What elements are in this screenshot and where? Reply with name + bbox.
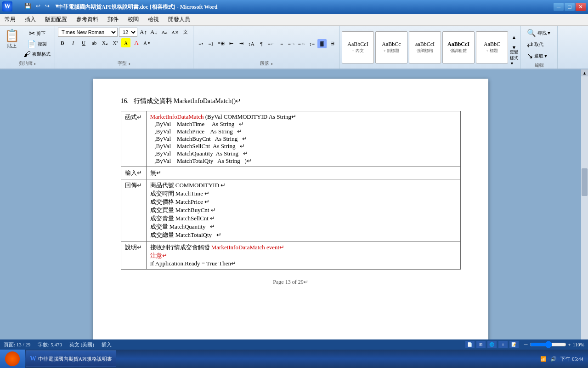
align-left-btn[interactable]: ≡←	[267, 39, 276, 48]
sort-btn[interactable]: ↕A	[247, 39, 256, 48]
menu-references[interactable]: 參考資料	[72, 14, 103, 25]
change-case-btn[interactable]: Aa	[160, 28, 169, 37]
decrease-indent-btn[interactable]: ⇤	[226, 39, 236, 48]
return-match-price: 成交價格 MatchPrice ↵	[150, 198, 457, 206]
maximize-button[interactable]: □	[565, 3, 575, 11]
select-btn[interactable]: ↘ 選取▼	[525, 51, 550, 61]
bullets-btn[interactable]: ≡•	[196, 39, 205, 48]
undo-btn[interactable]: ↩	[34, 2, 42, 10]
full-screen-btn[interactable]: ⊞	[476, 341, 486, 348]
font-group: Times New Roman 12 A↑ A↓ Aa A✕ 文 B I U a…	[55, 26, 193, 69]
zoom-slider[interactable]	[530, 341, 566, 348]
window-title: 中菲電腦國內期貨API規格說明書.doc [相容模式] - Microsoft …	[57, 3, 553, 11]
zoom-in-btn[interactable]: +	[568, 342, 571, 347]
document-scroll[interactable]: 16. 行情成交資料 MarketInfoDataMatch()↵ 函式↵ Ma…	[0, 69, 581, 350]
underline-btn[interactable]: U	[79, 38, 88, 47]
menu-bar: 常用 插入 版面配置 參考資料 郵件 校閱 檢視 開發人員	[0, 14, 588, 26]
style-emphasis-bold[interactable]: AaBbCcI 強調粗體	[442, 31, 475, 63]
menu-view[interactable]: 檢視	[143, 14, 164, 25]
phonetic-btn[interactable]: 文	[181, 28, 190, 37]
find-label: 尋找▼	[537, 30, 551, 36]
strikethrough-btn[interactable]: ab	[90, 38, 99, 47]
cut-button[interactable]: ✂ 剪下	[22, 29, 52, 38]
style-emphasis-kai[interactable]: aaBbCcI 強調標楷	[409, 31, 441, 63]
italic-btn[interactable]: I	[68, 38, 78, 47]
menu-layout[interactable]: 版面配置	[40, 14, 72, 25]
menu-developer[interactable]: 開發人員	[164, 14, 195, 25]
zoom-out-btn[interactable]: ─	[524, 342, 528, 347]
multilevel-btn[interactable]: ≡⊞	[216, 39, 226, 48]
shading-btn[interactable]: ▓	[317, 39, 327, 48]
editing-label: 編輯	[535, 61, 544, 69]
print-layout-btn[interactable]: 📄	[465, 341, 475, 348]
web-layout-btn[interactable]: 🌐	[487, 341, 497, 348]
menu-review[interactable]: 校閱	[123, 14, 143, 25]
desc-code: If Application.Ready = True Then↵	[150, 260, 236, 267]
function-label-cell: 函式↵	[121, 111, 146, 167]
function-content-cell: MarketInfoDataMatch (ByVal COMMODITYID A…	[146, 111, 460, 167]
menu-insert[interactable]: 插入	[20, 14, 40, 25]
scroll-up-arrow[interactable]: ▲	[581, 69, 588, 76]
return-match-time: 成交時間 MatchTime ↵	[150, 190, 457, 198]
increase-indent-btn[interactable]: ⇥	[237, 39, 246, 48]
description-content-cell: 接收到行情成交會觸發 MarketInfoDataMatch event↵ 注意…	[146, 242, 460, 270]
customize-btn[interactable]: ▼	[53, 2, 61, 10]
grow-font-btn[interactable]: A↑	[139, 28, 148, 37]
system-tray: 📶 🔊 下午 05:44	[536, 356, 588, 362]
function-param-3: ,ByVal MatchPrice As String ↵	[150, 128, 457, 135]
text-highlight-btn[interactable]: A	[121, 38, 130, 47]
bold-btn[interactable]: B	[58, 38, 67, 47]
styles-scroll-up[interactable]: ▲	[509, 33, 519, 42]
cut-icon: ✂	[29, 29, 35, 38]
align-right-btn[interactable]: ≡→	[287, 39, 296, 48]
menu-home[interactable]: 常用	[0, 14, 20, 25]
font-effects-btn[interactable]: A✦	[142, 38, 152, 47]
taskbar: W 中菲電腦國內期貨API規格說明書 📶 🔊 下午 05:44	[0, 350, 588, 368]
desc-text-1: 接收到行情成交會觸發	[150, 244, 211, 251]
redo-btn[interactable]: ↪	[44, 2, 51, 10]
style-subtitle[interactable]: AaBbCc + 副標題	[375, 31, 407, 63]
clear-format-btn[interactable]: A✕	[170, 28, 180, 37]
taskbar-word-item[interactable]: W 中菲電腦國內期貨API規格說明書	[26, 351, 116, 367]
paste-button[interactable]: 📋 貼上	[3, 28, 21, 50]
start-button[interactable]	[0, 350, 25, 368]
save-btn[interactable]: 💾	[23, 2, 33, 10]
clock-time: 下午 05:44	[560, 356, 583, 362]
align-center-btn[interactable]: ≡	[277, 39, 286, 48]
draft-btn[interactable]: 📝	[509, 341, 519, 348]
vertical-scrollbar[interactable]: ▲ ▼	[581, 69, 588, 350]
menu-mail[interactable]: 郵件	[103, 14, 123, 25]
font-size-select[interactable]: 12	[119, 28, 137, 37]
font-color-btn[interactable]: A	[132, 38, 141, 47]
close-button[interactable]: ✕	[576, 3, 586, 11]
page-number: Page 13 of 29↵	[121, 279, 461, 286]
style-normal[interactable]: AaBbCcI + 內文	[342, 31, 374, 63]
select-label: 選取▼	[534, 53, 548, 59]
shrink-font-btn[interactable]: A↓	[149, 28, 158, 37]
font-name-select[interactable]: Times New Roman	[58, 28, 118, 37]
scroll-thumb[interactable]	[582, 168, 588, 196]
minimize-button[interactable]: ─	[554, 3, 564, 11]
scroll-track[interactable]	[581, 76, 588, 343]
replace-btn[interactable]: ⇄ 取代	[525, 39, 545, 50]
format-painter-button[interactable]: 🖌 複製格式	[22, 50, 52, 59]
line-spacing-btn[interactable]: ↕≡	[307, 39, 317, 48]
borders-btn[interactable]: ⊟	[328, 39, 337, 48]
description-line-3: If Application.Ready = True Then↵	[150, 260, 457, 267]
subscript-btn[interactable]: X₂	[100, 38, 109, 47]
input-label-cell: 輸入↵	[121, 167, 146, 179]
outline-btn[interactable]: ≡	[498, 341, 508, 348]
section-number: 16.	[121, 98, 129, 104]
find-btn[interactable]: 🔍 尋找▼	[525, 28, 553, 38]
show-hide-btn[interactable]: ¶	[257, 39, 266, 48]
document-area: 16. 行情成交資料 MarketInfoDataMatch()↵ 函式↵ Ma…	[0, 69, 581, 350]
change-styles-btn[interactable]: 更變樣式▼	[509, 53, 519, 62]
font-format-row: B I U ab X₂ X² A A A✦	[58, 38, 190, 47]
justify-btn[interactable]: ≡↔	[297, 39, 306, 48]
insert-mode[interactable]: 插入	[102, 341, 112, 348]
zoom-percentage[interactable]: 110%	[573, 342, 584, 347]
style-heading[interactable]: AaBbC + 標題	[476, 31, 508, 63]
copy-button[interactable]: 📄 複製	[22, 39, 52, 49]
numbering-btn[interactable]: ≡1	[206, 39, 215, 48]
superscript-btn[interactable]: X²	[111, 38, 120, 47]
